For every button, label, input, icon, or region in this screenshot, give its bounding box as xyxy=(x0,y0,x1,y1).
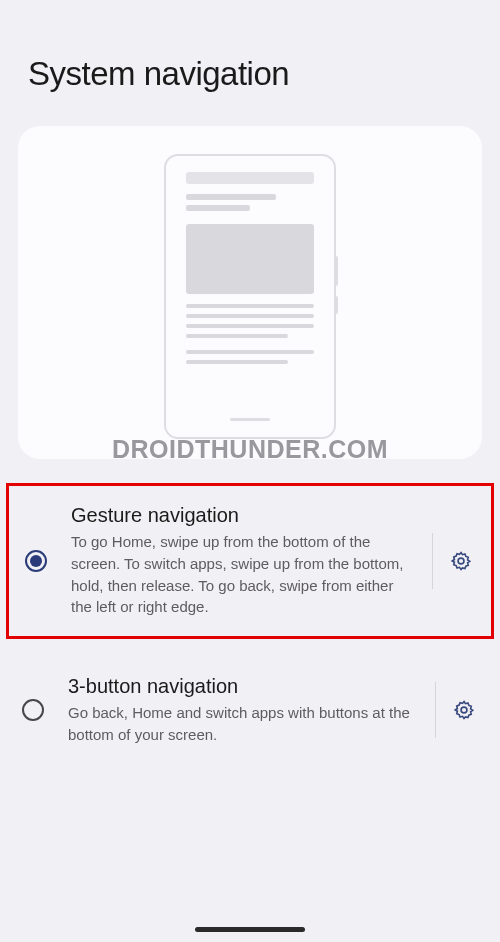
placeholder-line xyxy=(186,314,314,318)
svg-point-1 xyxy=(461,707,467,713)
option-description: Go back, Home and switch apps with butto… xyxy=(68,702,419,746)
phone-home-indicator xyxy=(230,418,270,421)
placeholder-block xyxy=(186,224,314,294)
header: System navigation xyxy=(0,0,500,118)
placeholder-line xyxy=(186,360,288,364)
placeholder-line xyxy=(186,350,314,354)
placeholder-line xyxy=(186,194,276,200)
phone-screen xyxy=(176,166,324,427)
watermark-text: DROIDTHUNDER.COM xyxy=(18,435,482,464)
radio-three-button-navigation[interactable] xyxy=(22,699,44,721)
option-three-button-navigation[interactable]: 3-button navigation Go back, Home and sw… xyxy=(0,657,500,764)
placeholder-line xyxy=(186,304,314,308)
gesture-settings-button[interactable] xyxy=(449,549,473,573)
divider xyxy=(432,533,433,589)
option-text: 3-button navigation Go back, Home and sw… xyxy=(68,675,427,746)
radio-gesture-navigation[interactable] xyxy=(25,550,47,572)
placeholder-line xyxy=(186,334,288,338)
option-gesture-navigation[interactable]: Gesture navigation To go Home, swipe up … xyxy=(6,483,494,639)
navigation-preview-card: DROIDTHUNDER.COM xyxy=(18,126,482,459)
placeholder-line xyxy=(186,205,250,211)
phone-side-button xyxy=(334,296,338,314)
page-title: System navigation xyxy=(28,55,472,93)
phone-side-button xyxy=(334,256,338,286)
option-text: Gesture navigation To go Home, swipe up … xyxy=(71,504,424,618)
three-button-settings-button[interactable] xyxy=(452,698,476,722)
svg-point-0 xyxy=(458,558,464,564)
placeholder-line xyxy=(186,324,314,328)
option-title: Gesture navigation xyxy=(71,504,416,527)
divider xyxy=(435,682,436,738)
option-description: To go Home, swipe up from the bottom of … xyxy=(71,531,416,618)
option-title: 3-button navigation xyxy=(68,675,419,698)
phone-mockup xyxy=(164,154,336,439)
gear-icon xyxy=(450,550,472,572)
home-indicator[interactable] xyxy=(195,927,305,932)
navigation-options-list: Gesture navigation To go Home, swipe up … xyxy=(0,483,500,764)
phone-statusbar-placeholder xyxy=(186,172,314,184)
gear-icon xyxy=(453,699,475,721)
